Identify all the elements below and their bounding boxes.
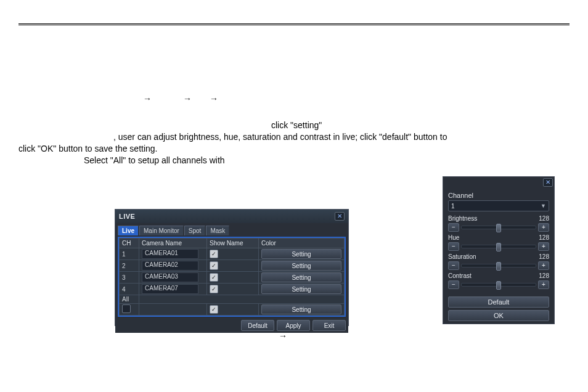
slider-thumb[interactable] <box>496 281 501 290</box>
cell-ch: 1 <box>120 248 139 260</box>
exit-button[interactable]: Exit <box>312 320 346 331</box>
col-camera-name: Camera Name <box>139 239 207 248</box>
all-show-name-checkbox[interactable]: ✓ <box>210 305 218 314</box>
col-show-name: Show Name <box>207 239 259 248</box>
doc-line-5: Select "All" to setup all channels with <box>84 154 225 166</box>
camera-name-input[interactable]: CAMERA02 <box>142 261 198 271</box>
table-row-all-controls: ✓ Setting <box>120 304 345 316</box>
slider-track[interactable] <box>461 264 536 267</box>
all-setting-button[interactable]: Setting <box>261 304 341 314</box>
close-icon[interactable]: ✕ <box>543 178 553 187</box>
table-row: 2 CAMERA02 ✓ Setting <box>120 260 345 272</box>
doc-line-2a: click "setting" <box>271 119 322 131</box>
slider-label: Hue <box>448 234 459 241</box>
slider-value: 128 <box>539 234 549 241</box>
show-name-checkbox[interactable]: ✓ <box>210 285 218 293</box>
tabs: Live Main Monitor Spot Mask <box>118 226 346 235</box>
table-row-all: All <box>120 295 345 304</box>
slider-row-brightness: Brightness128 − + <box>448 215 549 232</box>
breadcrumb-arrow-bottom: → <box>279 330 287 342</box>
slider-value: 128 <box>539 253 549 260</box>
setting-button[interactable]: Setting <box>261 261 341 271</box>
show-name-checkbox[interactable]: ✓ <box>210 273 218 282</box>
slider-label: Contrast <box>448 272 472 279</box>
setting-button[interactable]: Setting <box>261 284 341 294</box>
increment-button[interactable]: + <box>538 223 549 232</box>
decrement-button[interactable]: − <box>448 280 459 289</box>
slider-value: 128 <box>539 272 549 279</box>
setting-button[interactable]: Setting <box>261 272 341 282</box>
channel-header: ✕ <box>443 177 554 188</box>
table-row: 1 CAMERA01 ✓ Setting <box>120 248 345 260</box>
increment-button[interactable]: + <box>538 280 549 289</box>
live-header: LIVE ✕ <box>115 210 348 223</box>
slider-label: Saturation <box>448 253 476 260</box>
live-table: CH Camera Name Show Name Color 1 CAMERA0… <box>119 238 345 316</box>
slider-value: 128 <box>539 215 549 222</box>
table-row: 3 CAMERA03 ✓ Setting <box>120 272 345 284</box>
slider-track[interactable] <box>461 283 536 287</box>
close-icon[interactable]: ✕ <box>335 212 345 221</box>
channel-value: 1 <box>451 203 455 210</box>
slider-thumb[interactable] <box>496 243 501 251</box>
tab-mask[interactable]: Mask <box>206 226 229 235</box>
live-inner: CH Camera Name Show Name Color 1 CAMERA0… <box>118 237 346 317</box>
decrement-button[interactable]: − <box>448 261 459 270</box>
tab-main-monitor[interactable]: Main Monitor <box>139 226 184 235</box>
slider-track[interactable] <box>461 226 536 229</box>
cell-all: All <box>120 295 139 304</box>
channel-select[interactable]: 1 ▼ <box>448 200 549 211</box>
tab-live[interactable]: Live <box>118 226 139 235</box>
show-name-checkbox[interactable]: ✓ <box>210 250 218 258</box>
all-checkbox[interactable] <box>122 304 131 313</box>
decrement-button[interactable]: − <box>448 242 459 251</box>
increment-button[interactable]: + <box>538 242 549 251</box>
live-window: LIVE ✕ Live Main Monitor Spot Mask CH Ca… <box>115 209 349 326</box>
slider-thumb[interactable] <box>496 224 501 232</box>
cell-ch: 2 <box>120 260 139 272</box>
col-color: Color <box>259 239 345 248</box>
increment-button[interactable]: + <box>538 261 549 270</box>
show-name-checkbox[interactable]: ✓ <box>210 261 218 270</box>
breadcrumb-arrow-2: → <box>183 92 192 105</box>
ok-button[interactable]: OK <box>448 310 549 321</box>
decrement-button[interactable]: − <box>448 223 459 232</box>
channel-footer: Default OK <box>443 294 554 325</box>
camera-name-input[interactable]: CAMERA01 <box>142 249 198 259</box>
slider-track[interactable] <box>461 245 536 248</box>
cell-ch: 4 <box>120 284 139 295</box>
live-footer: Default Apply Exit <box>115 318 348 333</box>
channel-label: Channel <box>448 192 549 199</box>
channel-body: Channel 1 ▼ Brightness128 − + Hue128 − +… <box>443 188 554 294</box>
default-button[interactable]: Default <box>241 320 274 331</box>
breadcrumb-arrow-3: → <box>210 92 218 105</box>
slider-label: Brightness <box>448 215 477 222</box>
breadcrumb-arrow-1: → <box>143 92 152 105</box>
chevron-down-icon: ▼ <box>541 203 546 209</box>
slider-row-saturation: Saturation128 − + <box>448 253 549 270</box>
default-button[interactable]: Default <box>448 296 549 308</box>
top-horizontal-rule <box>18 23 570 25</box>
cell-ch: 3 <box>120 272 139 284</box>
camera-name-input[interactable]: CAMERA03 <box>142 272 198 282</box>
table-row: 4 CAMERA07 ✓ Setting <box>120 284 345 295</box>
col-ch: CH <box>120 239 139 248</box>
camera-name-input[interactable]: CAMERA07 <box>142 284 198 294</box>
tab-spot[interactable]: Spot <box>184 226 206 235</box>
slider-row-hue: Hue128 − + <box>448 234 549 251</box>
slider-row-contrast: Contrast128 − + <box>448 272 549 289</box>
doc-line-4: click "OK" button to save the setting. <box>18 142 158 155</box>
slider-thumb[interactable] <box>496 262 501 271</box>
channel-panel: ✕ Channel 1 ▼ Brightness128 − + Hue128 −… <box>443 176 555 324</box>
setting-button[interactable]: Setting <box>261 249 341 259</box>
live-title: LIVE <box>119 213 135 220</box>
doc-line-3: , user can adjust brightness, hue, satur… <box>113 131 570 143</box>
